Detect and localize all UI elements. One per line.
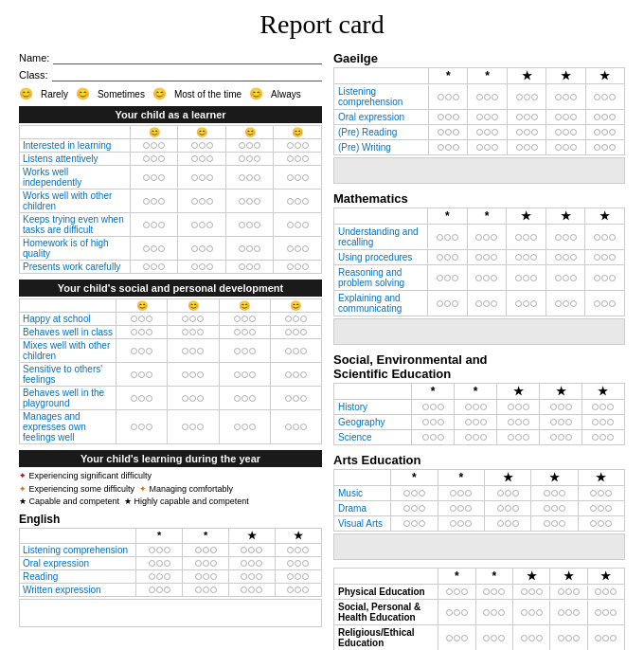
grade-circle[interactable]	[563, 129, 569, 135]
grade-circle[interactable]	[601, 234, 608, 241]
grade-circle[interactable]	[234, 348, 241, 354]
grade-circle[interactable]	[555, 114, 562, 120]
grade-circle[interactable]	[249, 316, 256, 322]
grade-circle[interactable]	[164, 560, 170, 567]
grade-circle[interactable]	[138, 348, 145, 354]
grade-circle[interactable]	[610, 635, 617, 641]
grade-circle[interactable]	[565, 434, 572, 441]
grade-circle[interactable]	[151, 245, 157, 252]
grade-circle[interactable]	[550, 419, 557, 425]
grade-circle[interactable]	[565, 635, 572, 641]
grade-circle[interactable]	[609, 114, 616, 120]
grade-circle[interactable]	[559, 520, 565, 527]
grade-circle[interactable]	[524, 144, 530, 151]
grade-circle[interactable]	[246, 142, 253, 149]
grade-circle[interactable]	[239, 174, 245, 181]
grade-circle[interactable]	[131, 371, 137, 378]
grade-circle[interactable]	[254, 222, 260, 228]
grade-circle[interactable]	[609, 275, 616, 281]
grade-circle[interactable]	[609, 94, 616, 100]
grade-circle[interactable]	[450, 505, 456, 512]
grade-circle[interactable]	[302, 198, 309, 205]
grade-circle[interactable]	[602, 635, 609, 641]
grade-circle[interactable]	[473, 419, 479, 425]
grade-circle[interactable]	[570, 94, 577, 100]
grade-circle[interactable]	[191, 174, 198, 181]
grade-circle[interactable]	[555, 275, 562, 281]
grade-circle[interactable]	[293, 316, 299, 322]
grade-circle[interactable]	[151, 155, 157, 162]
grade-circle[interactable]	[287, 587, 294, 593]
grade-circle[interactable]	[607, 419, 614, 425]
grade-circle[interactable]	[445, 129, 452, 135]
grade-circle[interactable]	[210, 560, 217, 567]
grade-circle[interactable]	[594, 94, 600, 100]
grade-circle[interactable]	[287, 245, 294, 252]
grade-circle[interactable]	[492, 129, 498, 135]
grade-circle[interactable]	[302, 245, 309, 252]
grade-circle[interactable]	[287, 198, 294, 205]
grade-circle[interactable]	[419, 520, 425, 527]
grade-circle[interactable]	[555, 129, 562, 135]
grade-circle[interactable]	[594, 234, 600, 241]
grade-circle[interactable]	[241, 560, 247, 567]
grade-circle[interactable]	[197, 329, 204, 335]
grade-circle[interactable]	[595, 588, 601, 595]
grade-circle[interactable]	[151, 198, 157, 205]
grade-circle[interactable]	[302, 547, 309, 553]
grade-circle[interactable]	[590, 520, 597, 527]
grade-circle[interactable]	[191, 245, 198, 252]
grade-circle[interactable]	[189, 348, 196, 354]
grade-circle[interactable]	[206, 142, 213, 149]
grade-circle[interactable]	[195, 560, 202, 567]
grade-circle[interactable]	[191, 155, 198, 162]
grade-circle[interactable]	[295, 198, 301, 205]
grade-circle[interactable]	[609, 300, 616, 307]
grade-circle[interactable]	[403, 520, 410, 527]
grade-circle[interactable]	[199, 222, 206, 228]
grade-circle[interactable]	[515, 275, 522, 281]
grade-circle[interactable]	[242, 424, 248, 430]
grade-circle[interactable]	[437, 275, 443, 281]
grade-circle[interactable]	[138, 316, 145, 322]
grade-circle[interactable]	[285, 348, 292, 354]
grade-circle[interactable]	[158, 142, 165, 149]
grade-circle[interactable]	[146, 348, 152, 354]
grade-circle[interactable]	[206, 263, 213, 270]
grade-circle[interactable]	[239, 198, 245, 205]
grade-circle[interactable]	[473, 434, 479, 441]
grade-circle[interactable]	[570, 254, 577, 261]
grade-circle[interactable]	[565, 588, 572, 595]
grade-circle[interactable]	[450, 520, 456, 527]
grade-circle[interactable]	[444, 234, 451, 241]
grade-circle[interactable]	[143, 263, 150, 270]
grade-circle[interactable]	[609, 254, 616, 261]
grade-circle[interactable]	[492, 94, 498, 100]
grade-circle[interactable]	[246, 222, 253, 228]
grade-circle[interactable]	[601, 275, 608, 281]
grade-circle[interactable]	[558, 404, 564, 410]
grade-circle[interactable]	[491, 609, 497, 616]
grade-circle[interactable]	[182, 395, 188, 402]
grade-circle[interactable]	[516, 144, 523, 151]
grade-circle[interactable]	[419, 505, 425, 512]
grade-circle[interactable]	[199, 155, 206, 162]
grade-circle[interactable]	[295, 174, 301, 181]
grade-circle[interactable]	[445, 94, 452, 100]
grade-circle[interactable]	[531, 129, 538, 135]
grade-circle[interactable]	[505, 520, 511, 527]
grade-circle[interactable]	[248, 573, 255, 580]
grade-circle[interactable]	[476, 94, 483, 100]
grade-circle[interactable]	[191, 263, 198, 270]
grade-circle[interactable]	[512, 520, 519, 527]
grade-circle[interactable]	[158, 198, 165, 205]
grade-circle[interactable]	[544, 520, 550, 527]
grade-circle[interactable]	[164, 587, 170, 593]
grade-circle[interactable]	[484, 144, 491, 151]
grade-circle[interactable]	[610, 609, 617, 616]
grade-circle[interactable]	[595, 635, 601, 641]
grade-circle[interactable]	[149, 587, 155, 593]
grade-circle[interactable]	[295, 587, 301, 593]
grade-circle[interactable]	[234, 424, 241, 430]
grade-circle[interactable]	[206, 198, 213, 205]
